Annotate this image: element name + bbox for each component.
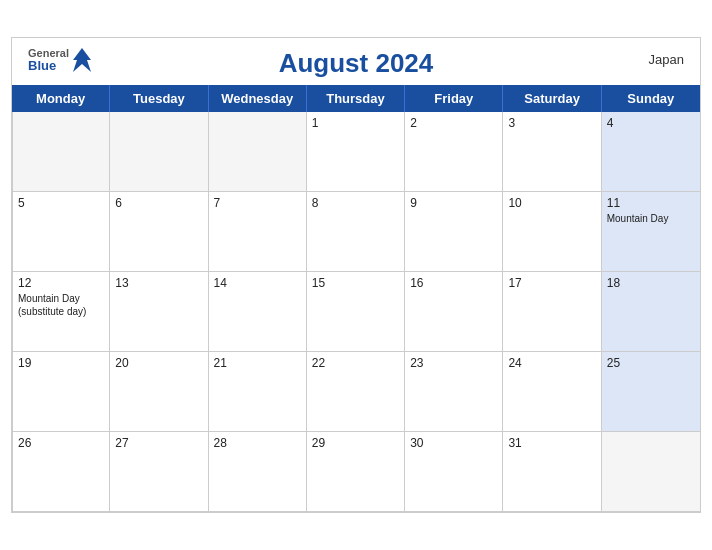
day-number: 1 <box>312 116 399 130</box>
day-number: 8 <box>312 196 399 210</box>
day-cell <box>209 112 307 192</box>
day-cell: 16 <box>405 272 503 352</box>
day-number: 15 <box>312 276 399 290</box>
day-cell: 28 <box>209 432 307 512</box>
calendar-title: August 2024 <box>279 48 434 79</box>
day-header-wednesday: Wednesday <box>209 85 307 112</box>
day-cell: 5 <box>12 192 110 272</box>
holiday-name: Mountain Day <box>607 213 669 224</box>
day-cell: 10 <box>503 192 601 272</box>
day-cell: 15 <box>307 272 405 352</box>
day-number: 7 <box>214 196 301 210</box>
day-number: 17 <box>508 276 595 290</box>
day-number: 4 <box>607 116 695 130</box>
day-number: 18 <box>607 276 695 290</box>
day-cell: 13 <box>110 272 208 352</box>
day-number: 10 <box>508 196 595 210</box>
day-cell: 17 <box>503 272 601 352</box>
day-header-saturday: Saturday <box>503 85 601 112</box>
logo-bird-icon <box>71 46 93 74</box>
day-number: 24 <box>508 356 595 370</box>
day-cell: 24 <box>503 352 601 432</box>
day-cell: 25 <box>602 352 700 432</box>
day-number: 28 <box>214 436 301 450</box>
logo-area: General Blue <box>28 46 93 74</box>
day-number: 30 <box>410 436 497 450</box>
day-cell: 2 <box>405 112 503 192</box>
day-number: 9 <box>410 196 497 210</box>
country-label: Japan <box>649 52 684 67</box>
calendar-container: General Blue August 2024 Japan Monday Tu… <box>11 37 701 513</box>
day-header-monday: Monday <box>12 85 110 112</box>
day-number: 25 <box>607 356 695 370</box>
day-cell: 22 <box>307 352 405 432</box>
day-number: 22 <box>312 356 399 370</box>
day-number: 2 <box>410 116 497 130</box>
day-cell: 4 <box>602 112 700 192</box>
day-number: 29 <box>312 436 399 450</box>
day-cell: 9 <box>405 192 503 272</box>
day-cell: 31 <box>503 432 601 512</box>
day-number: 20 <box>115 356 202 370</box>
day-cell: 26 <box>12 432 110 512</box>
day-number: 26 <box>18 436 104 450</box>
calendar-grid: 1234567891011Mountain Day12Mountain Day … <box>12 112 700 512</box>
day-cell: 3 <box>503 112 601 192</box>
day-cell: 6 <box>110 192 208 272</box>
day-number: 6 <box>115 196 202 210</box>
day-cell: 19 <box>12 352 110 432</box>
day-cell: 20 <box>110 352 208 432</box>
logo-blue-text: Blue <box>28 59 69 73</box>
day-cell <box>602 432 700 512</box>
day-number: 27 <box>115 436 202 450</box>
day-number: 12 <box>18 276 104 290</box>
day-number: 11 <box>607 196 695 210</box>
day-number: 16 <box>410 276 497 290</box>
day-cell: 1 <box>307 112 405 192</box>
day-number: 3 <box>508 116 595 130</box>
day-cell <box>110 112 208 192</box>
holiday-name: Mountain Day (substitute day) <box>18 293 86 317</box>
day-number: 21 <box>214 356 301 370</box>
svg-marker-0 <box>73 48 91 72</box>
day-cell: 11Mountain Day <box>602 192 700 272</box>
day-cell: 27 <box>110 432 208 512</box>
day-cell: 7 <box>209 192 307 272</box>
day-cell: 14 <box>209 272 307 352</box>
day-number: 13 <box>115 276 202 290</box>
day-cell: 18 <box>602 272 700 352</box>
day-headers: Monday Tuesday Wednesday Thursday Friday… <box>12 85 700 112</box>
day-number: 19 <box>18 356 104 370</box>
day-header-sunday: Sunday <box>602 85 700 112</box>
day-number: 31 <box>508 436 595 450</box>
day-cell: 12Mountain Day (substitute day) <box>12 272 110 352</box>
calendar-header: General Blue August 2024 Japan <box>12 38 700 85</box>
day-cell: 30 <box>405 432 503 512</box>
day-cell: 8 <box>307 192 405 272</box>
day-cell <box>12 112 110 192</box>
day-cell: 21 <box>209 352 307 432</box>
day-cell: 23 <box>405 352 503 432</box>
day-header-tuesday: Tuesday <box>110 85 208 112</box>
day-header-friday: Friday <box>405 85 503 112</box>
day-header-thursday: Thursday <box>307 85 405 112</box>
day-number: 23 <box>410 356 497 370</box>
day-number: 14 <box>214 276 301 290</box>
day-number: 5 <box>18 196 104 210</box>
day-cell: 29 <box>307 432 405 512</box>
